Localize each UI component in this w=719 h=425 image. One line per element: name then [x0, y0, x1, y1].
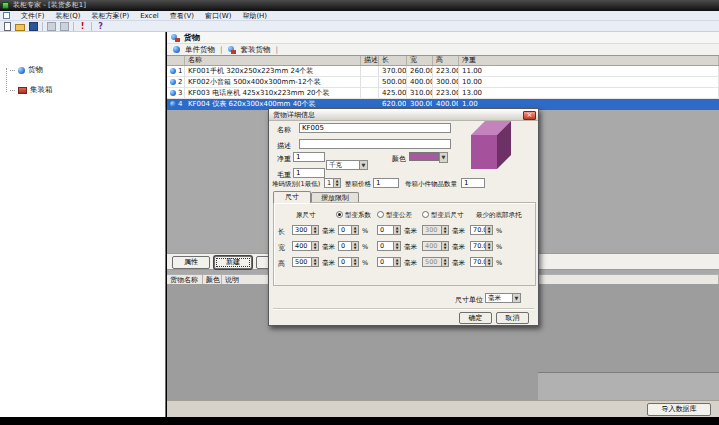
- chevron-down-icon: ▼: [512, 294, 520, 302]
- cancel-button[interactable]: 取消: [496, 312, 529, 324]
- spinner-buttons[interactable]: ▲▼: [333, 179, 340, 187]
- table-row[interactable]: 3 KF003 电话座机 425x310x223mm 20个装 425.00 3…: [167, 88, 719, 99]
- validate-icon[interactable]: !: [78, 22, 87, 31]
- description-field[interactable]: [299, 139, 451, 149]
- length-support-spinner[interactable]: 70.0▲▼: [470, 225, 493, 235]
- sidebar-item-container[interactable]: 集装箱: [10, 85, 53, 95]
- stack-level-spinner[interactable]: 1 ▲▼: [324, 178, 341, 188]
- height-coefficient-spinner[interactable]: 0▲▼: [338, 257, 359, 267]
- percent-label: %: [496, 259, 502, 267]
- table-row[interactable]: 2 KF002小音箱 500x400x300mm-12个装 500.00 400…: [167, 77, 719, 88]
- toolbar-separator: [91, 22, 92, 31]
- cargo-description: [361, 66, 379, 76]
- spinner-buttons[interactable]: ▲▼: [393, 242, 400, 250]
- tab-size[interactable]: 尺寸: [273, 191, 311, 203]
- width-original-spinner[interactable]: 400▲▼: [292, 241, 319, 251]
- import-database-button[interactable]: 导入数据库: [647, 403, 711, 416]
- application-window: 装柜专家 - [装货多柜1] 文件(F) 装柜(Q) 装柜方案(P) Excel…: [0, 0, 719, 425]
- width-coefficient-spinner[interactable]: 0▲▼: [338, 241, 359, 251]
- cargo-sphere-icon: [18, 67, 25, 74]
- color-select[interactable]: ▼: [439, 152, 448, 163]
- menu-bar: 文件(F) 装柜(Q) 装柜方案(P) Excel 查看(V) 窗口(W) 帮助…: [0, 11, 719, 21]
- cargo-net-weight: 11.00: [459, 66, 719, 76]
- table-row[interactable]: 1 KF001手机 320x250x223mm 24个装 370.00 260.…: [167, 66, 719, 77]
- close-icon[interactable]: ×: [523, 111, 536, 120]
- color-label: 颜色: [392, 154, 406, 164]
- menu-item-view[interactable]: 查看(V): [170, 11, 194, 21]
- column-width: 宽: [407, 56, 433, 65]
- menu-item-help[interactable]: 帮助(H): [242, 11, 267, 21]
- spinner-buttons[interactable]: ▲▼: [311, 258, 318, 266]
- stack-level-value: 1: [327, 179, 331, 187]
- cargo-description: [361, 77, 379, 87]
- menu-item-excel[interactable]: Excel: [140, 12, 159, 20]
- new-document-icon[interactable]: [4, 22, 11, 31]
- height-row-label: 高: [278, 259, 285, 269]
- height-original-spinner[interactable]: 500▲▼: [292, 257, 319, 267]
- deformed-size-label: 型变后尺寸: [431, 211, 464, 220]
- mm-unit-label: 毫米: [322, 259, 335, 268]
- percent-label: %: [362, 259, 368, 267]
- percent-label: %: [362, 227, 368, 235]
- open-folder-icon[interactable]: [15, 24, 25, 31]
- menu-item-plan[interactable]: 装柜方案(P): [91, 11, 129, 21]
- mm-unit-label: 毫米: [322, 243, 335, 252]
- gross-weight-label: 毛重: [277, 170, 291, 180]
- spinner-buttons[interactable]: ▲▼: [351, 226, 358, 234]
- spinner-buttons[interactable]: ▲▼: [485, 242, 492, 250]
- length-tolerance-spinner[interactable]: 0▲▼: [377, 225, 401, 235]
- menu-item-load[interactable]: 装柜(Q): [56, 11, 81, 21]
- new-button[interactable]: 新建: [214, 256, 252, 269]
- cargo-length: 370.00: [379, 66, 407, 76]
- row-index: 4: [178, 99, 182, 109]
- cargo-name: KF002小音箱 500x400x300mm-12个装: [185, 77, 361, 87]
- size-group: 原尺寸 型变系数 型变公差 型变后尺寸 最少的底部承托 长 300▲▼ 毫米 0…: [273, 202, 536, 286]
- gross-weight-field[interactable]: [293, 168, 325, 178]
- box-price-field[interactable]: [373, 178, 399, 188]
- length-coefficient-spinner[interactable]: 0▲▼: [338, 225, 359, 235]
- length-original-spinner[interactable]: 300▲▼: [292, 225, 319, 235]
- length-deformed-spinner: 300▲▼: [422, 225, 449, 235]
- spinner-buttons[interactable]: ▲▼: [311, 226, 318, 234]
- deform-coefficient-radio[interactable]: [336, 211, 343, 218]
- menu-item-window[interactable]: 窗口(W): [205, 11, 231, 21]
- child-window-icon[interactable]: [3, 12, 10, 19]
- spinner-buttons: ▲▼: [441, 258, 448, 266]
- navigation-tree: 货物 集装箱: [0, 32, 166, 417]
- width-tolerance-spinner[interactable]: 0▲▼: [377, 241, 401, 251]
- net-weight-field[interactable]: [293, 152, 325, 162]
- tab-set-cargo[interactable]: 套装货物: [241, 45, 271, 55]
- toolbar-separator: [73, 22, 74, 31]
- container-icon: [18, 87, 27, 94]
- properties-button[interactable]: 属性: [172, 256, 210, 269]
- length-row-label: 长: [278, 227, 285, 237]
- help-icon[interactable]: ?: [96, 22, 105, 31]
- spinner-buttons[interactable]: ▲▼: [393, 258, 400, 266]
- print-icon[interactable]: [60, 22, 69, 31]
- spinner-buttons[interactable]: ▲▼: [351, 242, 358, 250]
- deform-tolerance-radio[interactable]: [377, 211, 384, 218]
- spinner-buttons[interactable]: ▲▼: [351, 258, 358, 266]
- deformed-size-radio[interactable]: [422, 211, 429, 218]
- name-field[interactable]: [299, 123, 451, 133]
- cargo-width: 310.00: [407, 88, 433, 98]
- spinner-buttons[interactable]: ▲▼: [311, 242, 318, 250]
- sidebar-item-label: 集装箱: [30, 85, 53, 95]
- spinner-buttons[interactable]: ▲▼: [393, 226, 400, 234]
- cargo-name: KF003 电话座机 425x310x223mm 20个装: [185, 88, 361, 98]
- items-per-box-field[interactable]: [461, 178, 485, 188]
- save-icon[interactable]: [29, 22, 38, 31]
- spinner-buttons[interactable]: ▲▼: [485, 226, 492, 234]
- width-support-spinner[interactable]: 70.0▲▼: [470, 241, 493, 251]
- sidebar-item-cargo[interactable]: 货物: [10, 65, 43, 75]
- ok-button[interactable]: 确定: [459, 312, 492, 324]
- size-unit-select[interactable]: 毫米 ▼: [485, 293, 521, 303]
- tab-single-cargo[interactable]: 单件货物: [185, 45, 215, 55]
- weight-unit-select[interactable]: 千克 ▼: [326, 160, 368, 170]
- print-preview-icon[interactable]: [47, 22, 56, 31]
- spinner-buttons[interactable]: ▲▼: [485, 258, 492, 266]
- menu-item-file[interactable]: 文件(F): [21, 11, 45, 21]
- height-tolerance-spinner[interactable]: 0▲▼: [377, 257, 401, 267]
- height-support-spinner[interactable]: 70.0▲▼: [470, 257, 493, 267]
- mm-unit-label: 毫米: [404, 259, 417, 268]
